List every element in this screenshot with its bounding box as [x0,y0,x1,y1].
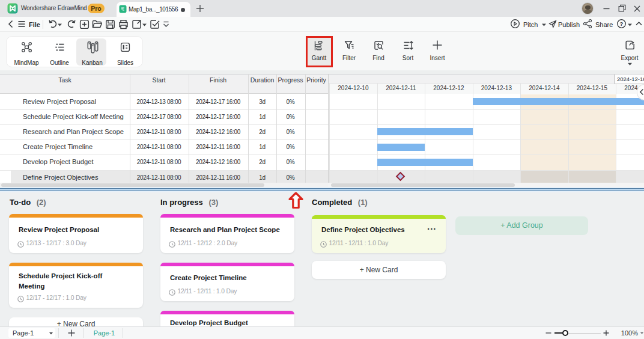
svg-text:?: ? [620,20,624,27]
